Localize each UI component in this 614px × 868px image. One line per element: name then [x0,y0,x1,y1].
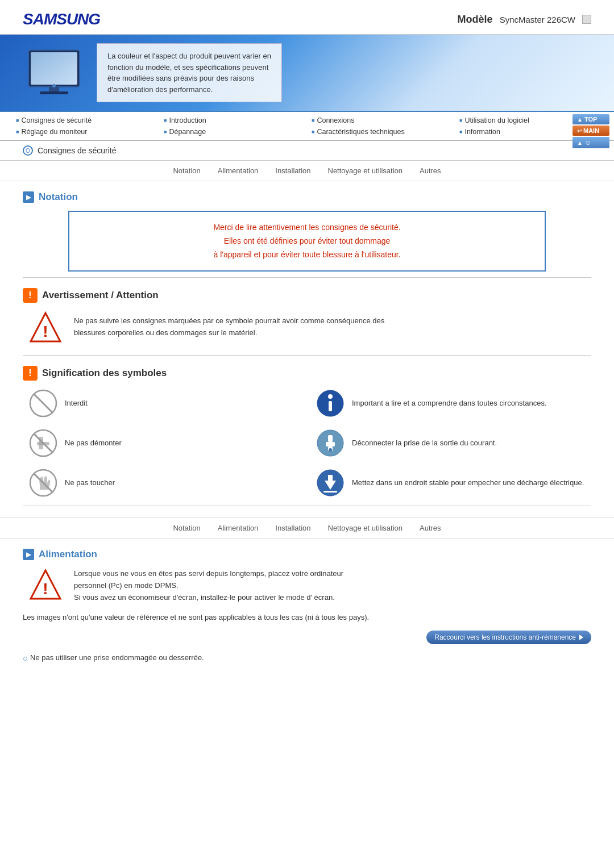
divider-2 [23,355,591,356]
svg-text:!: ! [43,580,48,598]
svg-rect-18 [328,435,333,442]
alim-warning-icon: ! [28,568,63,602]
svg-point-21 [329,448,332,452]
warning-title: Avertissement / Attention [42,290,159,301]
svg-rect-2 [31,52,77,85]
symbols-title: Signification des symboles [42,368,167,379]
deconnecter-desc: Déconnecter la prise de la sortie du cou… [352,428,497,449]
nav-item-depannage[interactable]: Dépannage [159,127,307,137]
divider-3 [23,506,591,506]
samsung-logo: SAMSUNG [23,10,100,28]
divider-1 [23,277,591,278]
important-desc: Important a lire et a comprendre dans to… [352,389,547,409]
symbol-row-stable: Mettez dans un endroit stable pour empec… [316,468,586,498]
svg-rect-16 [37,442,49,445]
alimentation-body: ! Lorsque vous ne vous en êtes pas servi… [28,568,591,603]
alimentation-title: Alimentation [39,549,97,560]
main-button[interactable]: ↩ MAIN [572,126,609,136]
sub-nav-autres[interactable]: Autres [420,166,441,175]
stable-desc: Mettez dans un endroit stable pour empec… [352,468,584,489]
sub-nav-top: Notation Alimentation Installation Netto… [0,161,614,181]
svg-rect-19 [326,442,335,446]
interdit-icon [28,389,58,418]
svg-rect-12 [329,401,332,411]
svg-rect-26 [328,475,333,482]
alim-text: Lorsque vous ne vous en êtes pas servi d… [74,568,343,603]
notation-heading: ▶ Notation [23,191,591,203]
nav-item-caracteristiques[interactable]: Caractéristiques techniques [307,127,455,137]
raccourci-area: Raccourci vers les instructions anti-rém… [23,627,591,648]
ne-pas-demonter-icon [28,428,58,458]
breadcrumb-text: Consignes de sécurité [38,146,117,155]
sub-nav-2-notation[interactable]: Notation [173,524,200,532]
breadcrumb-icon: O [23,145,33,156]
nav-item-reglage[interactable]: Réglage du moniteur [11,127,159,137]
svg-point-11 [328,394,333,399]
symbols-heading: ! Signification des symboles [23,366,591,381]
notation-title: Notation [39,191,78,203]
symbol-row-important: Important a lire et a comprendre dans to… [316,389,586,418]
stable-icon [316,468,345,498]
notation-info-box: Merci de lire attentivement les consigne… [68,211,546,272]
symbols-grid: Interdit Important a lire et a comprendr… [28,389,586,498]
nav-item-connexions[interactable]: Connexions [307,115,455,126]
ne-pas-toucher-label: Ne pas toucher [65,468,115,489]
nav-item-introduction[interactable]: Introduction [159,115,307,126]
ne-pas-demonter-label: Ne pas démonter [65,428,122,449]
model-value: SyncMaster 226CW [500,15,575,24]
alimentation-content: ▶ Alimentation ! Lorsque vous ne vous en… [0,549,614,663]
sub-nav-2-nettoyage[interactable]: Nettoyage et utilisation [328,524,403,532]
model-area: Modèle SyncMaster 226CW [458,14,591,26]
hero-text: La couleur et l'aspect du produit peuven… [97,43,282,102]
note-bullet-icon: ○ [23,653,28,663]
model-label: Modèle [458,14,493,26]
svg-text:!: ! [43,323,48,340]
symbol-row-deconnecter: Déconnecter la prise de la sortie du cou… [316,428,586,458]
sub-nav-installation[interactable]: Installation [275,166,310,175]
sub-nav-alimentation[interactable]: Alimentation [218,166,259,175]
monitor-image [23,47,85,98]
navigation-bar: Consignes de sécurité Introduction Conne… [0,111,614,141]
ref-text: Les images n'ont qu'une valeur de référe… [23,612,591,623]
nav-item-consignes[interactable]: Consignes de sécurité [11,115,159,126]
svg-rect-27 [323,491,337,493]
svg-point-5 [52,84,56,87]
svg-rect-4 [40,91,68,94]
sub-nav-2-autres[interactable]: Autres [420,524,441,532]
deconnecter-icon [316,428,345,458]
bottom-note-text: Ne pas utiliser une prise endommagée ou … [30,653,204,662]
top-button[interactable]: ▲ TOP [572,114,609,124]
raccourci-button[interactable]: Raccourci vers les instructions anti-rém… [426,631,591,644]
sub-nav-nettoyage[interactable]: Nettoyage et utilisation [328,166,403,175]
raccourci-arrow-icon [579,635,583,640]
important-icon [316,389,345,418]
svg-rect-3 [49,87,59,91]
svg-line-9 [34,394,52,412]
hero-banner: La couleur et l'aspect du produit peuven… [0,35,614,111]
symbols-icon-badge: ! [23,366,38,381]
symbol-row-demonter: Ne pas démonter [28,428,298,458]
raccourci-label: Raccourci vers les instructions anti-rém… [434,633,576,641]
warning-heading: ! Avertissement / Attention [23,288,591,303]
symbol-row-toucher: Ne pas toucher [28,468,298,498]
alimentation-icon: ▶ [23,549,34,560]
page-header: SAMSUNG Modèle SyncMaster 226CW [0,0,614,35]
model-icon [582,15,591,24]
interdit-label: Interdit [65,389,88,409]
notation-icon: ▶ [23,191,34,203]
warning-content: ! Ne pas suivre les consignes marquées p… [28,311,591,345]
main-content: ▶ Notation Merci de lire attentivement l… [0,191,614,506]
alimentation-heading: ▶ Alimentation [23,549,591,560]
warning-symbol-icon: ! [28,311,63,345]
sub-nav-bottom: Notation Alimentation Installation Netto… [0,518,614,539]
bottom-note: ○ Ne pas utiliser une prise endommagée o… [23,653,591,663]
sub-nav-2-alimentation[interactable]: Alimentation [218,524,259,532]
side-buttons: ▲ TOP ↩ MAIN ▲ ☺ [572,114,609,148]
sub-nav-2-installation[interactable]: Installation [275,524,310,532]
back-button[interactable]: ▲ ☺ [572,137,609,148]
sub-nav-notation[interactable]: Notation [173,166,200,175]
breadcrumb: O Consignes de sécurité [0,141,614,161]
warning-text: Ne pas suivre les consignes marquées par… [74,311,384,339]
symbol-row-interdit: Interdit [28,389,298,418]
ne-pas-toucher-icon [28,468,58,498]
